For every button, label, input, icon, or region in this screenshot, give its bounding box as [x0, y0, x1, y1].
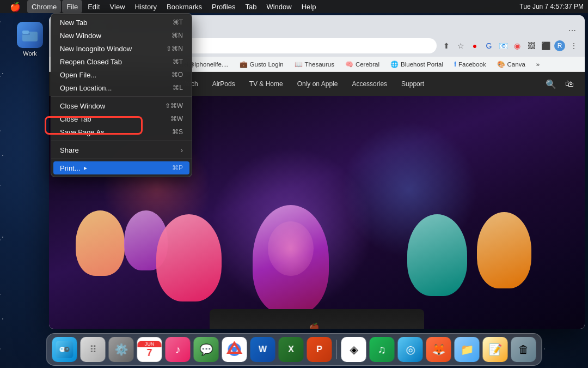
dock-powerpoint[interactable]: P	[307, 337, 332, 362]
menu-new-window-shortcut: ⌘N	[171, 32, 183, 39]
work-folder-icon	[17, 22, 43, 48]
menu-open-file-label: Open File...	[60, 71, 96, 79]
desktop-work-folder[interactable]: Work	[11, 22, 49, 57]
macbook-base: 🍎	[210, 309, 424, 329]
bookmark-cerebral[interactable]: 🧠 Cerebral	[341, 59, 384, 69]
ext-3[interactable]: 📧	[498, 40, 509, 51]
menubar-chrome[interactable]: Chrome	[27, 0, 61, 13]
calendar-month: JUN	[138, 341, 162, 347]
menu-close-window[interactable]: Close Window ⇧⌘W	[51, 99, 192, 112]
menu-open-location-label: Open Location...	[60, 84, 112, 92]
menu-new-incognito[interactable]: New Incognito Window ⇧⌘N	[51, 42, 192, 55]
dock-firefox[interactable]: 🦊	[426, 337, 451, 362]
nav-support[interactable]: Support	[395, 72, 431, 96]
apple-menu[interactable]: 🍎	[4, 0, 26, 13]
bookmark-cerebral-label: Cerebral	[356, 61, 379, 68]
file-menu-dropdown: New Tab ⌘T New Window ⌘N New Incognito W…	[51, 13, 192, 177]
apple-search-icon[interactable]: 🔍	[546, 79, 556, 89]
tab-bar-menu[interactable]: ⋯	[568, 26, 576, 35]
dock-word[interactable]: W	[250, 337, 275, 362]
memoji-5	[477, 212, 531, 288]
opera-ext[interactable]: ●	[469, 40, 480, 51]
menubar-bookmarks[interactable]: Bookmarks	[162, 0, 206, 13]
bookmark-facebook-label: Facebook	[458, 61, 486, 68]
menubar-left: 🍎 Chrome File Edit View History Bookmark…	[4, 0, 320, 13]
menu-close-window-label: Close Window	[60, 102, 105, 110]
bookmark-more[interactable]: »	[532, 60, 544, 69]
canva-icon: 🎨	[497, 61, 505, 68]
dock-finder[interactable]	[52, 337, 77, 362]
apple-nav-icons: 🔍 🛍	[546, 79, 574, 89]
menu-close-tab[interactable]: Close Tab ⌘W	[51, 112, 192, 125]
dock-calendar[interactable]: JUN 7	[137, 337, 162, 362]
nav-tv-home[interactable]: TV & Home	[243, 72, 290, 96]
apple-logo-macbook: 🍎	[309, 322, 325, 329]
menu-new-tab[interactable]: New Tab ⌘T	[51, 16, 192, 29]
ext-5[interactable]: 🖼	[526, 40, 537, 51]
menu-save-page[interactable]: Save Page As... ⌘S	[51, 125, 192, 138]
dock-safari[interactable]: ◎	[398, 337, 423, 362]
chrome-menu[interactable]: ⋮	[568, 40, 579, 51]
bookmark-gusto[interactable]: 💼 Gusto Login	[235, 59, 288, 69]
menubar-tab[interactable]: Tab	[241, 0, 261, 13]
menu-reopen-tab[interactable]: Reopen Closed Tab ⌘T	[51, 55, 192, 68]
apple-bag-icon[interactable]: 🛍	[565, 79, 574, 89]
share-button[interactable]: ⬆	[441, 40, 452, 51]
facebook-icon: f	[454, 61, 456, 68]
nav-airpods[interactable]: AirPods	[206, 72, 242, 96]
dock-music[interactable]: ♪	[166, 337, 191, 362]
airplay-btn[interactable]: ⬛	[540, 40, 551, 51]
menubar-file[interactable]: File	[62, 0, 82, 13]
menu-save-page-label: Save Page As...	[60, 128, 111, 136]
menu-close-tab-label: Close Tab	[60, 115, 91, 123]
menubar-window[interactable]: Window	[262, 0, 296, 13]
dock-excel[interactable]: X	[279, 337, 304, 362]
browser-actions: ⬆ ☆ ● G 📧 ◉ 🖼 ⬛ R ⋮	[441, 40, 579, 51]
menu-reopen-tab-label: Reopen Closed Tab	[60, 58, 122, 66]
bookmark-canva-label: Canva	[507, 61, 525, 68]
dock-spotify[interactable]: ♫	[370, 337, 395, 362]
profile-btn[interactable]: R	[554, 40, 565, 51]
memoji-3	[156, 214, 222, 301]
bluehost-icon: 🌐	[390, 61, 399, 68]
menubar-profiles[interactable]: Profiles	[207, 0, 240, 13]
nav-only-apple[interactable]: Only on Apple	[291, 72, 345, 96]
menu-new-window-label: New Window	[60, 32, 101, 40]
bookmark-bluehost[interactable]: 🌐 Bluehost Portal	[386, 59, 448, 69]
dock-system-preferences[interactable]: ⚙️	[109, 337, 134, 362]
svg-point-6	[61, 348, 63, 350]
menu-separator-2	[51, 141, 192, 141]
gusto-icon: 💼	[240, 61, 248, 68]
menu-share[interactable]: Share ›	[51, 143, 192, 156]
menu-new-incognito-label: New Incognito Window	[60, 45, 132, 53]
menubar: 🍎 Chrome File Edit View History Bookmark…	[0, 0, 588, 13]
menu-open-file[interactable]: Open File... ⌘O	[51, 68, 192, 81]
bookmark-thesaurus[interactable]: 📖 Thesaurus	[290, 59, 339, 69]
nav-accessories[interactable]: Accessories	[345, 72, 394, 96]
menubar-edit[interactable]: Edit	[83, 0, 104, 13]
memoji-4	[407, 214, 467, 296]
bookmark-gusto-label: Gusto Login	[250, 61, 284, 68]
bookmark-facebook[interactable]: f Facebook	[450, 59, 491, 69]
menu-new-window[interactable]: New Window ⌘N	[51, 29, 192, 42]
menubar-history[interactable]: History	[131, 0, 161, 13]
dock-trash[interactable]: 🗑	[511, 337, 536, 362]
dock-messages[interactable]: 💬	[194, 337, 219, 362]
bookmark-canva[interactable]: 🎨 Canva	[493, 59, 530, 69]
menu-print[interactable]: Print... ▸ ⌘P	[53, 161, 189, 174]
ext-4[interactable]: ◉	[512, 40, 523, 51]
menu-open-file-shortcut: ⌘O	[171, 71, 183, 79]
svg-rect-2	[22, 31, 29, 34]
menubar-help[interactable]: Help	[297, 0, 321, 13]
dock-launchpad[interactable]: ⠿	[81, 337, 106, 362]
dock-slack[interactable]: ◈	[341, 337, 366, 362]
dock-files[interactable]: 📁	[455, 337, 480, 362]
grammarly-ext[interactable]: G	[483, 40, 494, 51]
dock: ⠿ ⚙️ JUN 7 ♪ 💬 W X P ◈ ♫ ◎ 🦊 📁 📝 🗑	[46, 333, 542, 366]
dock-chrome[interactable]	[222, 337, 247, 362]
menu-open-location[interactable]: Open Location... ⌘L	[51, 81, 192, 94]
menu-print-label: Print...	[60, 164, 81, 172]
bookmark-button[interactable]: ☆	[455, 40, 466, 51]
menubar-view[interactable]: View	[106, 0, 130, 13]
dock-notes[interactable]: 📝	[483, 337, 508, 362]
